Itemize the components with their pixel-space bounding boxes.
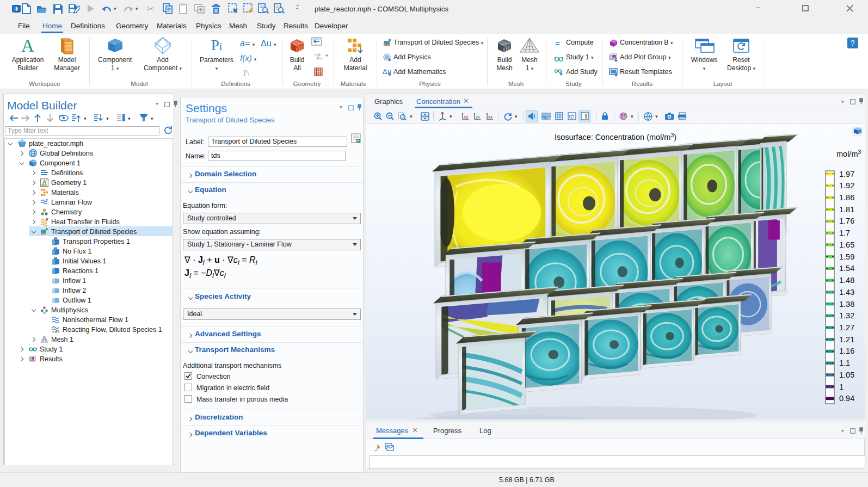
- svg-text:mol/m3: mol/m3: [836, 149, 861, 158]
- svg-text:1: 1: [839, 383, 844, 391]
- svg-text:1.7: 1.7: [839, 229, 850, 237]
- svg-text:1.86: 1.86: [839, 193, 854, 202]
- svg-text:D: D: [55, 247, 57, 250]
- svg-text:1.1: 1.1: [839, 359, 850, 367]
- svg-text:0.94: 0.94: [839, 394, 854, 403]
- svg-text:1.48: 1.48: [839, 276, 854, 285]
- svg-text:D: D: [55, 237, 57, 241]
- svg-text:1.32: 1.32: [839, 311, 854, 320]
- svg-text:1.54: 1.54: [839, 264, 854, 273]
- svg-text:1.27: 1.27: [839, 323, 854, 332]
- svg-text:D: D: [55, 257, 57, 260]
- svg-text:1.21: 1.21: [839, 335, 854, 344]
- svg-text:xz: xz: [488, 114, 493, 119]
- svg-text:xy: xy: [464, 114, 468, 119]
- svg-text:1.65: 1.65: [839, 241, 854, 249]
- svg-text:1.92: 1.92: [839, 181, 854, 190]
- svg-text:yz: yz: [476, 114, 480, 119]
- svg-text:1.76: 1.76: [839, 217, 854, 225]
- svg-text:1.16: 1.16: [839, 347, 854, 355]
- svg-text:1.43: 1.43: [839, 288, 854, 297]
- svg-text:1.59: 1.59: [839, 252, 854, 261]
- svg-text:1.05: 1.05: [839, 371, 854, 379]
- svg-text:1.97: 1.97: [839, 170, 854, 178]
- svg-text:1.38: 1.38: [839, 300, 854, 309]
- svg-text:Isosurface: Concentration (mol: Isosurface: Concentration (mol/m3): [555, 132, 676, 141]
- svg-text:1.81: 1.81: [839, 205, 854, 214]
